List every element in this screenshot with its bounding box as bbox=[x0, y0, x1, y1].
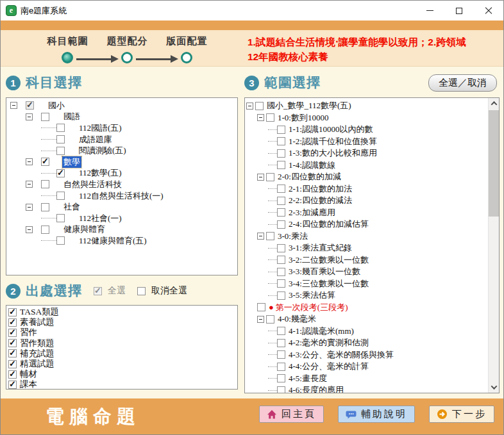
tree-node[interactable]: 1-0:數到10000 bbox=[245, 112, 488, 124]
source-checkbox[interactable] bbox=[8, 308, 17, 316]
node-checkbox[interactable] bbox=[277, 363, 285, 371]
scroll-up-button[interactable] bbox=[489, 98, 500, 109]
tree-node-label[interactable]: 1-1:認識10000以內的數 bbox=[287, 124, 374, 135]
tree-node-label[interactable]: 國小 bbox=[47, 100, 66, 111]
tree-node-label[interactable]: 4-5:畫長度 bbox=[287, 373, 328, 384]
tree-node[interactable]: 112社會(一) bbox=[6, 213, 237, 224]
tree-node[interactable]: 3-1:乘法直式紀錄 bbox=[245, 242, 488, 254]
tree-node[interactable]: 國小 bbox=[6, 100, 237, 111]
tree-node-label[interactable]: 4-4:公分、毫米的計算 bbox=[287, 361, 370, 372]
deselect-all-checkbox-group[interactable]: 取消全選 bbox=[137, 285, 187, 297]
tree-node-label[interactable]: 3-2:二位數乘以一位數 bbox=[287, 254, 370, 266]
tree-node[interactable]: 2-0:四位數的加減 bbox=[245, 171, 488, 183]
tree-node-label[interactable]: 3-4:三位數乘以一位數 bbox=[287, 278, 370, 290]
source-item[interactable]: TASA類題 bbox=[8, 307, 237, 317]
source-item[interactable]: 精選試題 bbox=[8, 359, 237, 369]
tree-node-label[interactable]: 1-3:數的大小比較和應用 bbox=[287, 147, 378, 159]
node-checkbox[interactable] bbox=[41, 203, 49, 211]
tree-node-label[interactable]: 社會 bbox=[62, 201, 81, 213]
tree-node[interactable]: 社會 bbox=[6, 201, 237, 213]
tree-node[interactable]: 2-1:四位數的加法 bbox=[245, 183, 488, 195]
tree-node-label[interactable]: 1-2:認識千位和位值換算 bbox=[287, 136, 378, 147]
tree-node[interactable]: 4-0:幾毫米 bbox=[245, 313, 488, 325]
tree-node[interactable]: 2-2:四位數的減法 bbox=[245, 195, 488, 207]
collapse-toggle-icon[interactable] bbox=[257, 174, 264, 181]
tree-node[interactable]: 1-1:認識10000以內的數 bbox=[245, 124, 488, 136]
node-checkbox[interactable] bbox=[41, 158, 49, 166]
node-checkbox[interactable] bbox=[56, 192, 65, 200]
node-checkbox[interactable] bbox=[56, 147, 65, 155]
tree-node-label[interactable]: 健康與體育 bbox=[62, 224, 106, 235]
collapse-toggle-icon[interactable] bbox=[26, 204, 33, 211]
tree-node[interactable]: 3-0:乘法 bbox=[245, 231, 488, 243]
tree-node-label[interactable]: 數學 bbox=[62, 156, 81, 168]
scrollbar-thumb[interactable] bbox=[489, 110, 500, 217]
node-checkbox[interactable] bbox=[277, 268, 285, 276]
node-checkbox[interactable] bbox=[277, 197, 285, 205]
tree-node-label[interactable]: 第一次段考(三段考) bbox=[274, 302, 349, 313]
node-checkbox[interactable] bbox=[257, 303, 265, 311]
deselect-all-checkbox[interactable] bbox=[137, 287, 146, 295]
tree-node-label[interactable]: 閱讀測驗(五) bbox=[78, 145, 128, 156]
node-checkbox[interactable] bbox=[255, 102, 264, 110]
node-checkbox[interactable] bbox=[41, 113, 49, 121]
collapse-toggle-icon[interactable] bbox=[26, 158, 33, 165]
tree-node[interactable]: 3-4:三位數乘以一位數 bbox=[245, 278, 488, 290]
tree-node[interactable]: 國小_數學_112數學(五) bbox=[245, 100, 488, 112]
tree-node-label[interactable]: 國語 bbox=[62, 111, 81, 122]
tree-node[interactable]: 2-3:加減應用 bbox=[245, 207, 488, 219]
tree-node-label[interactable]: 3-5:乘法估算 bbox=[287, 290, 337, 301]
node-checkbox[interactable] bbox=[26, 101, 34, 110]
source-checkbox[interactable] bbox=[8, 360, 17, 368]
source-checkbox[interactable] bbox=[8, 349, 17, 357]
source-checkbox[interactable] bbox=[8, 370, 17, 379]
tree-node[interactable]: 成語題庫 bbox=[6, 134, 237, 145]
help-button[interactable]: 輔助說明 bbox=[338, 406, 415, 423]
node-checkbox[interactable] bbox=[277, 386, 285, 393]
node-checkbox[interactable] bbox=[41, 226, 49, 234]
tree-node-label[interactable]: 1-4:認識數線 bbox=[287, 160, 337, 171]
source-item[interactable]: 習作 bbox=[8, 327, 237, 338]
maximize-button[interactable] bbox=[444, 1, 474, 21]
node-checkbox[interactable] bbox=[266, 315, 274, 324]
source-checkbox[interactable] bbox=[8, 318, 17, 327]
tree-node[interactable]: 112數學(五) bbox=[6, 168, 237, 179]
source-item[interactable]: 補充試題 bbox=[8, 349, 237, 359]
source-item[interactable]: 素養試題 bbox=[8, 317, 237, 327]
node-checkbox[interactable] bbox=[56, 124, 65, 132]
tree-node-label[interactable]: 3-3:幾百乘以一位數 bbox=[287, 266, 362, 277]
source-item[interactable]: 習作類題 bbox=[8, 338, 237, 349]
tree-node-label[interactable]: 3-0:乘法 bbox=[276, 231, 309, 242]
node-checkbox[interactable] bbox=[41, 180, 49, 188]
node-checkbox[interactable] bbox=[266, 173, 274, 181]
node-checkbox[interactable] bbox=[56, 169, 65, 177]
collapse-toggle-icon[interactable] bbox=[26, 181, 33, 188]
scroll-down-button[interactable] bbox=[489, 382, 500, 393]
node-checkbox[interactable] bbox=[277, 327, 285, 335]
node-checkbox[interactable] bbox=[277, 149, 285, 158]
source-item[interactable]: 課本 bbox=[8, 379, 237, 390]
tree-node[interactable]: 4-4:公分、毫米的計算 bbox=[245, 361, 488, 373]
tree-node-label[interactable]: 112社會(一) bbox=[78, 213, 123, 224]
collapse-toggle-icon[interactable] bbox=[246, 103, 253, 110]
tree-node[interactable]: 4-5:畫長度 bbox=[245, 373, 488, 385]
select-all-checkbox[interactable] bbox=[94, 287, 102, 295]
tree-node[interactable]: 1-4:認識數線 bbox=[245, 160, 488, 172]
node-checkbox[interactable] bbox=[277, 185, 285, 193]
node-checkbox[interactable] bbox=[56, 214, 65, 222]
tree-node[interactable]: 112健康與體育(五) bbox=[6, 235, 237, 247]
minimize-button[interactable] bbox=[415, 1, 444, 21]
scrollbar[interactable] bbox=[488, 98, 499, 393]
tree-node-label[interactable]: 2-0:四位數的加減 bbox=[276, 171, 342, 183]
tree-node-label[interactable]: 4-1:認識毫米(mm) bbox=[287, 325, 355, 337]
collapse-toggle-icon[interactable] bbox=[26, 113, 33, 120]
tree-node[interactable]: 國語 bbox=[6, 111, 237, 123]
node-checkbox[interactable] bbox=[56, 236, 65, 245]
tree-node-label[interactable]: 112數學(五) bbox=[78, 167, 123, 179]
tree-node-label[interactable]: 4-2:毫米的實測和估測 bbox=[287, 337, 370, 349]
node-checkbox[interactable] bbox=[277, 208, 285, 217]
tree-node[interactable]: 3-3:幾百乘以一位數 bbox=[245, 266, 488, 278]
tree-node[interactable]: 閱讀測驗(五) bbox=[6, 145, 237, 156]
node-checkbox[interactable] bbox=[277, 291, 285, 300]
node-checkbox[interactable] bbox=[277, 279, 285, 288]
